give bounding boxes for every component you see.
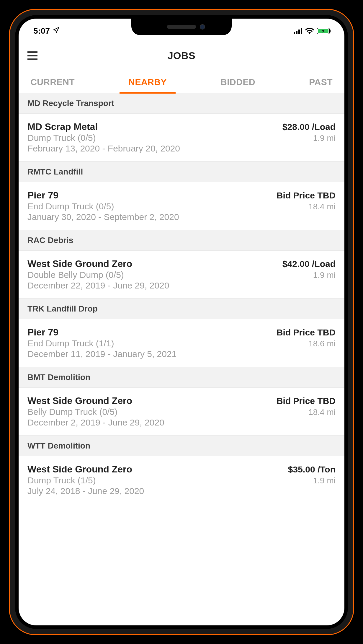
job-price: Bid Price TBD xyxy=(277,396,336,406)
job-item[interactable]: West Side Ground Zero$35.00 /TonDump Tru… xyxy=(19,456,344,504)
job-price: $28.00 /Load xyxy=(282,122,336,132)
tabs: CURRENTNEARBYBIDDEDPAST xyxy=(19,72,344,93)
job-title: MD Scrap Metal xyxy=(27,121,98,132)
job-row: West Side Ground Zero$35.00 /Ton xyxy=(27,464,336,475)
job-vehicle: End Dump Truck (0/5) xyxy=(27,201,114,211)
svg-rect-1 xyxy=(296,31,297,34)
nav-bar: JOBS xyxy=(19,39,344,72)
job-row: West Side Ground Zero$42.00 /Load xyxy=(27,258,336,269)
page-title: JOBS xyxy=(168,50,196,61)
job-item[interactable]: Pier 79Bid Price TBDEnd Dump Truck (0/5)… xyxy=(19,182,344,230)
device-frame: 5:07 xyxy=(0,0,363,644)
job-distance: 1.9 mi xyxy=(313,133,336,143)
section-header: TRK Landfill Drop xyxy=(19,299,344,319)
job-row: Pier 79Bid Price TBD xyxy=(27,327,336,338)
screen: 5:07 xyxy=(19,19,344,625)
job-price: $35.00 /Ton xyxy=(288,464,336,475)
speaker-grille xyxy=(167,25,196,29)
job-distance: 18.4 mi xyxy=(308,407,336,417)
job-vehicle: Dump Truck (0/5) xyxy=(27,133,96,143)
battery-fill xyxy=(318,29,328,33)
wifi-icon xyxy=(305,28,314,34)
tab-current[interactable]: CURRENT xyxy=(27,72,78,93)
job-item[interactable]: West Side Ground ZeroBid Price TBDBelly … xyxy=(19,388,344,436)
job-title: West Side Ground Zero xyxy=(27,395,132,406)
menu-icon-bar xyxy=(27,51,37,53)
svg-rect-3 xyxy=(301,28,302,34)
job-title: West Side Ground Zero xyxy=(27,258,132,269)
job-dates: February 13, 2020 - February 20, 2020 xyxy=(27,144,336,154)
job-dates: December 11, 2019 - January 5, 2021 xyxy=(27,349,336,359)
status-left: 5:07 xyxy=(33,26,59,36)
job-dates: July 24, 2018 - June 29, 2020 xyxy=(27,486,336,496)
job-row: End Dump Truck (0/5)18.4 mi xyxy=(27,201,336,211)
location-icon xyxy=(53,27,59,35)
section-header: BMT Demolition xyxy=(19,367,344,388)
job-dates: December 22, 2019 - June 29, 2020 xyxy=(27,281,336,291)
job-distance: 18.4 mi xyxy=(308,202,336,211)
tab-nearby[interactable]: NEARBY xyxy=(125,72,170,93)
job-vehicle: Dump Truck (1/5) xyxy=(27,475,96,485)
svg-rect-2 xyxy=(298,30,300,34)
job-vehicle: Belly Dump Truck (0/5) xyxy=(27,407,117,417)
job-row: Dump Truck (0/5)1.9 mi xyxy=(27,132,336,143)
job-row: Belly Dump Truck (0/5)18.4 mi xyxy=(27,406,336,417)
device-notch xyxy=(131,19,232,35)
device-outer: 5:07 xyxy=(9,9,354,635)
job-title: West Side Ground Zero xyxy=(27,464,132,475)
job-item[interactable]: West Side Ground Zero$42.00 /LoadDouble … xyxy=(19,251,344,299)
job-dates: January 30, 2020 - September 2, 2020 xyxy=(27,212,336,222)
menu-button[interactable] xyxy=(27,50,39,61)
device-inner: 5:07 xyxy=(15,15,348,629)
job-row: End Dump Truck (1/1)18.6 mi xyxy=(27,338,336,348)
menu-icon-bar xyxy=(27,55,37,56)
job-row: Dump Truck (1/5)1.9 mi xyxy=(27,475,336,485)
job-title: Pier 79 xyxy=(27,327,58,338)
job-dates: December 2, 2019 - June 29, 2020 xyxy=(27,418,336,428)
tab-bidded[interactable]: BIDDED xyxy=(218,72,258,93)
job-title: Pier 79 xyxy=(27,190,58,201)
section-header: RAC Debris xyxy=(19,230,344,251)
cellular-signal-icon xyxy=(294,28,302,34)
job-distance: 18.6 mi xyxy=(308,339,336,348)
section-header: RMTC Landfill xyxy=(19,162,344,182)
job-vehicle: End Dump Truck (1/1) xyxy=(27,338,114,348)
job-row: Double Belly Dump (0/5)1.9 mi xyxy=(27,269,336,280)
tab-past[interactable]: PAST xyxy=(306,72,336,93)
svg-rect-0 xyxy=(294,32,295,34)
job-price: $42.00 /Load xyxy=(282,259,336,269)
job-price: Bid Price TBD xyxy=(277,190,336,200)
job-row: West Side Ground ZeroBid Price TBD xyxy=(27,395,336,406)
job-distance: 1.9 mi xyxy=(313,270,336,280)
job-item[interactable]: Pier 79Bid Price TBDEnd Dump Truck (1/1)… xyxy=(19,319,344,367)
section-header: MD Recycle Transport xyxy=(19,93,344,114)
battery-icon xyxy=(317,28,330,34)
jobs-list[interactable]: MD Recycle TransportMD Scrap Metal$28.00… xyxy=(19,93,344,504)
job-row: MD Scrap Metal$28.00 /Load xyxy=(27,121,336,132)
job-row: Pier 79Bid Price TBD xyxy=(27,190,336,201)
front-camera xyxy=(200,24,205,30)
section-header: WTT Demolition xyxy=(19,436,344,456)
job-vehicle: Double Belly Dump (0/5) xyxy=(27,270,124,280)
job-distance: 1.9 mi xyxy=(313,476,336,485)
menu-icon-bar xyxy=(27,58,37,60)
status-time: 5:07 xyxy=(33,26,50,36)
job-price: Bid Price TBD xyxy=(277,327,336,338)
status-right xyxy=(294,28,330,34)
job-item[interactable]: MD Scrap Metal$28.00 /LoadDump Truck (0/… xyxy=(19,114,344,162)
